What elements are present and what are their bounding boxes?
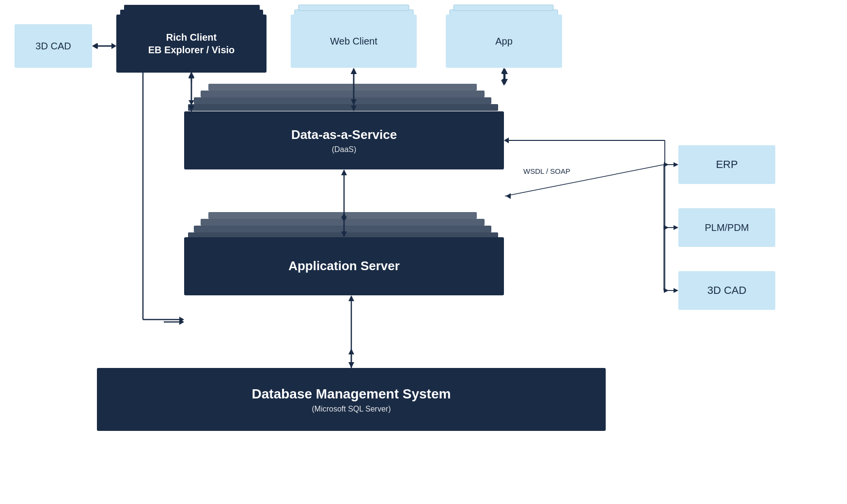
app-client-label: App <box>495 36 513 47</box>
svg-marker-62 <box>348 362 354 368</box>
svg-rect-3 <box>298 5 409 11</box>
svg-rect-7 <box>194 97 491 104</box>
svg-marker-49 <box>188 73 194 78</box>
svg-marker-32 <box>341 213 347 218</box>
svg-marker-56 <box>501 80 507 86</box>
svg-marker-67 <box>179 317 184 322</box>
svg-rect-1 <box>124 5 260 11</box>
svg-marker-44 <box>664 225 669 230</box>
rich-client-title: Rich ClientEB Explorer / Visio <box>148 31 235 56</box>
erp-box: ERP <box>678 145 775 184</box>
svg-marker-77 <box>674 288 678 293</box>
svg-marker-28 <box>502 79 508 85</box>
cad-left-box: 3D CAD <box>15 24 92 68</box>
daas-subtitle: (DaaS) <box>332 145 357 154</box>
app-server-title: Application Server <box>288 258 400 275</box>
svg-rect-13 <box>208 212 477 219</box>
svg-marker-18 <box>188 100 194 105</box>
svg-marker-22 <box>92 43 97 49</box>
svg-marker-61 <box>348 295 354 301</box>
cad-left-label: 3D CAD <box>35 41 71 52</box>
svg-rect-9 <box>208 84 477 91</box>
daas-box: Data-as-a-Service (DaaS) <box>184 111 504 169</box>
db-title: Database Management System <box>252 385 451 403</box>
plm-box: PLM/PDM <box>678 208 775 247</box>
svg-marker-70 <box>504 137 509 143</box>
svg-marker-46 <box>664 288 669 293</box>
svg-rect-11 <box>194 226 491 232</box>
svg-marker-36 <box>348 349 354 354</box>
svg-marker-34 <box>179 319 184 325</box>
svg-marker-24 <box>351 68 357 74</box>
svg-marker-65 <box>111 43 116 49</box>
svg-marker-58 <box>341 169 347 175</box>
svg-marker-73 <box>674 162 678 167</box>
app-server-box: Application Server <box>184 237 504 295</box>
db-subtitle: (Microsoft SQL Server) <box>312 405 391 413</box>
app-client-box: App <box>446 15 562 68</box>
svg-marker-25 <box>351 99 357 105</box>
svg-marker-27 <box>502 68 508 74</box>
svg-marker-19 <box>188 73 194 77</box>
svg-rect-12 <box>201 219 485 226</box>
svg-marker-53 <box>351 106 357 111</box>
web-client-box: Web Client <box>291 15 417 68</box>
svg-marker-50 <box>188 106 194 111</box>
wsdl-label: WSDL / SOAP <box>523 167 570 175</box>
svg-marker-64 <box>93 43 98 49</box>
svg-rect-5 <box>454 5 553 11</box>
cad-right-label: 3D CAD <box>707 284 747 297</box>
svg-marker-40 <box>664 162 669 167</box>
web-client-label: Web Client <box>330 36 377 47</box>
svg-marker-52 <box>351 68 357 74</box>
rich-client-box: Rich ClientEB Explorer / Visio <box>116 15 267 73</box>
cad-right-box: 3D CAD <box>678 271 775 310</box>
plm-label: PLM/PDM <box>705 222 749 233</box>
svg-marker-21 <box>111 43 116 49</box>
db-box: Database Management System (Microsoft SQ… <box>97 368 606 431</box>
svg-marker-75 <box>674 225 678 230</box>
svg-rect-8 <box>201 91 485 97</box>
svg-marker-59 <box>341 231 347 237</box>
erp-label: ERP <box>716 158 737 171</box>
svg-marker-55 <box>501 68 507 74</box>
svg-marker-31 <box>341 217 347 222</box>
svg-rect-6 <box>188 104 498 111</box>
daas-title: Data-as-a-Service <box>291 127 397 143</box>
diagram-container: 3D CAD Rich ClientEB Explorer / Visio We… <box>0 0 847 504</box>
svg-marker-41 <box>506 193 511 199</box>
